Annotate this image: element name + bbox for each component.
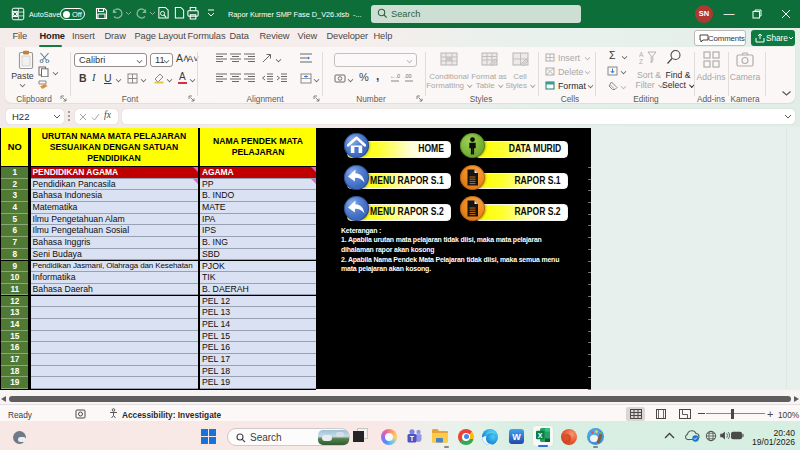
svg-text:W: W <box>512 432 521 442</box>
svg-text:←.0: ←.0 <box>390 73 400 79</box>
svg-text:A: A <box>639 51 644 58</box>
svg-text:Z: Z <box>639 58 643 65</box>
svg-text:.00: .00 <box>404 73 412 79</box>
svg-text:T: T <box>410 435 415 442</box>
svg-text:X: X <box>537 432 542 439</box>
